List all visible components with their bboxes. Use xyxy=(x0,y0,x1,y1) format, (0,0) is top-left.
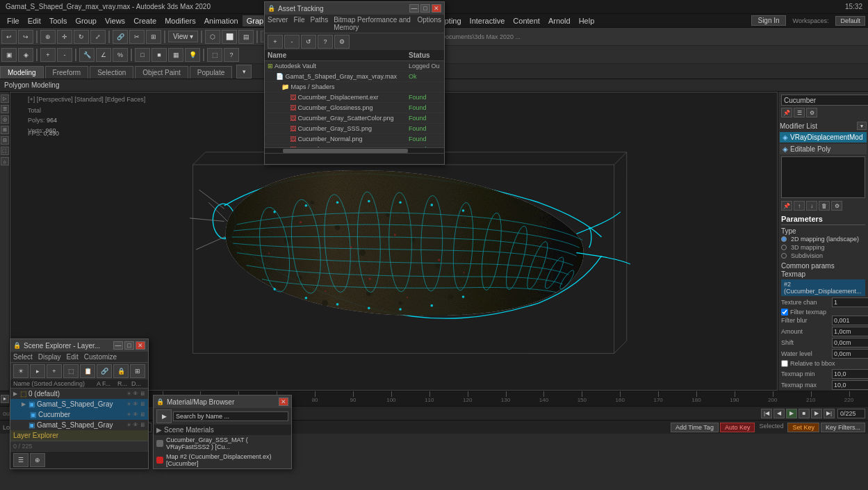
add-time-tag-btn[interactable]: Add Time Tag xyxy=(671,423,719,432)
asset-panel-close[interactable]: ✕ xyxy=(432,4,441,13)
asset-help-btn[interactable]: ? xyxy=(318,35,333,49)
scene-panel-close[interactable]: ✕ xyxy=(136,341,145,350)
table-row[interactable]: 📄 Gamat_5_Shaped_Gray_max_vray.max Ok xyxy=(265,72,444,82)
prev-frame-btn[interactable]: ◀ xyxy=(773,409,785,418)
table-row[interactable]: 🖼 Cucumber_Gray_ScatterColor.png Found xyxy=(265,113,444,124)
relative-bbox-checkbox[interactable] xyxy=(781,360,788,367)
scene-icon-btn-4[interactable]: ⬚ xyxy=(63,364,79,378)
zoom-out-btn[interactable]: - xyxy=(57,48,72,62)
bind-space-btn[interactable]: ⊞ xyxy=(146,30,161,44)
help-icon-btn[interactable]: ? xyxy=(224,48,239,62)
scene-icon-btn-5[interactable]: 📋 xyxy=(80,364,95,378)
type-radio-3d[interactable] xyxy=(781,245,787,250)
asset-menu-server[interactable]: Server xyxy=(268,16,288,31)
modifier-list-dropdown[interactable]: ▾ xyxy=(857,122,867,130)
material-search-input[interactable] xyxy=(173,411,288,421)
percent-snap-btn[interactable]: % xyxy=(113,48,128,62)
menu-tools[interactable]: Tools xyxy=(45,15,72,26)
go-start-btn[interactable]: |◀ xyxy=(761,409,772,418)
side-tool-2[interactable]: ☰ xyxy=(1,105,9,113)
texmap-max-input[interactable] xyxy=(832,380,868,390)
material-section[interactable]: ▶ Scene Materials xyxy=(154,425,291,435)
create-sel-btn[interactable]: ⬡ xyxy=(205,30,220,44)
scene-panel-restore[interactable]: □ xyxy=(124,341,134,350)
scene-menu-customize[interactable]: Customize xyxy=(84,353,117,361)
layer-btn[interactable]: ⬚ xyxy=(207,48,222,62)
more-tabs-btn[interactable]: ▾ xyxy=(236,65,252,79)
light-btn[interactable]: 💡 xyxy=(185,48,200,62)
asset-menu-file[interactable]: File xyxy=(293,16,304,31)
scene-panel-minimize[interactable]: — xyxy=(113,341,123,350)
filter-blur-input[interactable] xyxy=(832,316,868,325)
stop-btn[interactable]: ■ xyxy=(799,409,810,418)
persp-btn[interactable]: ◈ xyxy=(18,48,33,62)
align-btn[interactable]: ▤ xyxy=(238,30,254,44)
move-btn[interactable]: ✛ xyxy=(57,30,72,44)
modifier-item-editable-poly[interactable]: ◈ Editable Poly xyxy=(780,144,867,154)
scale-btn[interactable]: ⤢ xyxy=(90,30,106,44)
asset-add-btn[interactable]: + xyxy=(268,35,283,49)
texture-chan-input[interactable] xyxy=(832,297,868,307)
mat-search-expand[interactable]: ▶ xyxy=(156,409,172,423)
tab-populate[interactable]: Populate xyxy=(190,66,232,79)
type-radio-2d[interactable] xyxy=(781,236,787,242)
filter-texmap-checkbox[interactable] xyxy=(781,309,788,316)
side-tool-7[interactable]: ⌂ xyxy=(1,157,9,165)
play-btn[interactable]: ▶ xyxy=(786,409,797,418)
go-end-btn[interactable]: ▶| xyxy=(824,409,835,418)
pin-modifier-btn[interactable]: 📌 xyxy=(781,201,792,211)
mirror-btn[interactable]: ⬜ xyxy=(222,30,237,44)
scene-item-cucumber[interactable]: ▣ Cucumber ☀ 👁 🖥 xyxy=(10,409,148,420)
scene-item-gamat-1[interactable]: ▶ ▣ Gamat_S_Shaped_Gray ☀ 👁 🖥 xyxy=(10,399,148,409)
asset-refresh-btn[interactable]: ↺ xyxy=(301,35,316,49)
asset-menu-bitmap[interactable]: Bitmap Performance and Memory xyxy=(334,16,411,31)
texmap-value[interactable]: #2 (Cucumber_Displacement... xyxy=(781,279,865,296)
tab-object-paint[interactable]: Object Paint xyxy=(135,66,188,79)
link-btn[interactable]: 🔗 xyxy=(113,30,128,44)
asset-panel-maximize[interactable]: □ xyxy=(420,4,430,13)
rotate-btn[interactable]: ↻ xyxy=(74,30,89,44)
side-tool-3[interactable]: ◎ xyxy=(1,115,9,124)
type-radio-subdiv[interactable] xyxy=(781,253,787,259)
material-item-1[interactable]: Cucumber_Gray_SSS_MAT ( VRayFastSSS2 ) [… xyxy=(154,435,291,452)
scene-item-gamat-2[interactable]: ▣ Gamat_S_Shaped_Gray ☀ 👁 🖥 xyxy=(10,420,148,430)
menu-help[interactable]: Help xyxy=(575,15,599,26)
cube-view-btn[interactable]: ▣ xyxy=(1,48,17,62)
tab-modeling[interactable]: Modeling xyxy=(0,66,44,79)
scene-item-default-layer[interactable]: ▶ ⬚ 0 (default) ☀ 👁 🖥 xyxy=(10,389,148,399)
modifier-search-input[interactable] xyxy=(781,95,868,106)
scene-icon-btn-8[interactable]: ⊞ xyxy=(130,364,145,378)
shift-input[interactable] xyxy=(832,338,868,348)
menu-views[interactable]: Views xyxy=(101,15,129,26)
textured-btn[interactable]: ▦ xyxy=(168,48,183,62)
delete-modifier-btn[interactable]: 🗑 xyxy=(819,201,830,211)
menu-animation[interactable]: Animation xyxy=(200,15,243,26)
table-row[interactable]: 🖼 Cucumber_Glossiness.png Found xyxy=(265,103,444,113)
amount-input[interactable] xyxy=(832,327,868,336)
menu-edit[interactable]: Edit xyxy=(24,15,45,26)
side-tool-5[interactable]: ⊟ xyxy=(1,136,9,145)
move-up-btn[interactable]: ↑ xyxy=(794,201,805,211)
table-row[interactable]: ⊞ Autodesk Vault Logged Ou xyxy=(265,61,444,72)
asset-menu-options[interactable]: Options xyxy=(418,16,441,31)
menu-group[interactable]: Group xyxy=(71,15,101,26)
frame-input[interactable] xyxy=(837,409,865,418)
scene-icon-btn-7[interactable]: 🔒 xyxy=(113,364,129,378)
modifier-item-vray[interactable]: ◈ VRayDisplacementMod xyxy=(780,132,867,142)
scene-menu-display[interactable]: Display xyxy=(38,353,61,361)
next-frame-btn[interactable]: ▶ xyxy=(811,409,822,418)
tab-selection[interactable]: Selection xyxy=(90,66,133,79)
menu-file[interactable]: File xyxy=(3,15,24,26)
scene-icon-btn-3[interactable]: + xyxy=(47,364,62,378)
menu-modifiers[interactable]: Modifiers xyxy=(161,15,200,26)
scene-bottom-btn-2[interactable]: ⊕ xyxy=(30,453,45,467)
options-icon[interactable]: ⚙ xyxy=(806,108,817,117)
side-tool-6[interactable]: ⬚ xyxy=(1,147,9,155)
side-tool-4[interactable]: ⊞ xyxy=(1,126,9,134)
key-filters-btn[interactable]: Key Filters... xyxy=(821,423,865,432)
pin-icon[interactable]: 📌 xyxy=(781,108,792,117)
undo-btn[interactable]: ↩ xyxy=(1,30,17,44)
scene-menu-edit[interactable]: Edit xyxy=(67,353,79,361)
menu-content[interactable]: Content xyxy=(509,15,544,26)
set-key-btn[interactable]: Set Key xyxy=(787,423,819,432)
